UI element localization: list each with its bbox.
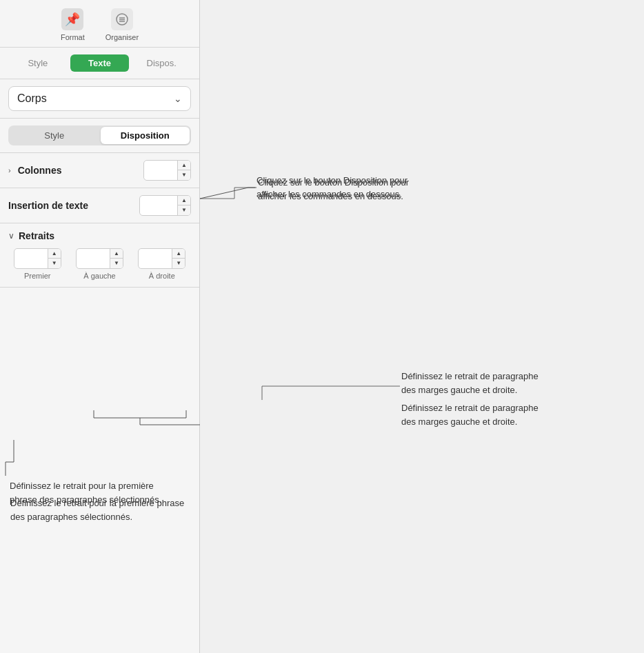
insertion-texte-btns: ▲ ▼ <box>177 196 190 215</box>
main-tabs: Style Texte Dispos. <box>0 48 199 79</box>
expand-icon[interactable]: › <box>8 166 11 174</box>
tab-texte[interactable]: Texte <box>70 54 130 72</box>
colonnes-increment[interactable]: ▲ <box>178 161 190 170</box>
a-droite-value[interactable]: 0 pt <box>139 252 172 266</box>
colonnes-value[interactable]: 1 <box>144 163 177 178</box>
retraits-header: ∨ Retraits <box>0 223 199 245</box>
colonnes-decrement[interactable]: ▼ <box>178 170 190 180</box>
insertion-texte-value[interactable]: 4 pt <box>140 199 177 213</box>
premier-value[interactable]: 0 pt <box>14 252 48 266</box>
organiser-icon <box>111 8 133 30</box>
callout-retraits-gauche-droite-overlay: Définissez le retrait de paragraphe des … <box>401 401 553 428</box>
organiser-label: Organiser <box>105 33 139 41</box>
colonnes-stepper-btns: ▲ ▼ <box>177 161 190 180</box>
format-toolbar-item[interactable]: 📌 Format <box>61 8 85 41</box>
insertion-texte-stepper: 4 pt ▲ ▼ <box>139 195 191 216</box>
chevron-down-icon: ⌄ <box>174 93 182 104</box>
corps-section: Corps ⌄ <box>0 79 199 119</box>
tab-dispos[interactable]: Dispos. <box>132 54 191 72</box>
premier-decrement[interactable]: ▼ <box>48 259 61 268</box>
retraits-fields: 0 pt ▲ ▼ Premier 0 pt ▲ ▼ À gauche 0 <box>0 245 199 288</box>
toolbar: 📌 Format Organiser <box>0 0 199 48</box>
a-gauche-increment[interactable]: ▲ <box>110 249 123 259</box>
callout-premier-overlay: Définissez le retrait pour la première p… <box>10 479 175 506</box>
colonnes-stepper: 1 ▲ ▼ <box>143 160 191 181</box>
corps-value: Corps <box>17 92 47 105</box>
toggle-disposition[interactable]: Disposition <box>101 127 190 144</box>
a-droite-btns: ▲ ▼ <box>172 249 185 268</box>
toggle-style[interactable]: Style <box>10 127 99 144</box>
insertion-texte-increment[interactable]: ▲ <box>178 196 190 205</box>
insertion-texte-decrement[interactable]: ▼ <box>178 205 190 215</box>
colonnes-row: › Colonnes 1 ▲ ▼ <box>0 153 199 188</box>
retraits-label: Retraits <box>19 230 54 241</box>
insertion-texte-row: Insertion de texte 4 pt ▲ ▼ <box>0 188 199 223</box>
retrait-a-gauche: 0 pt ▲ ▼ À gauche <box>70 248 128 280</box>
a-droite-sublabel: À droite <box>149 272 175 280</box>
a-gauche-value[interactable]: 0 pt <box>77 252 110 266</box>
toggle-group: Style Disposition <box>8 125 191 145</box>
premier-sublabel: Premier <box>24 272 51 280</box>
annotation-area: Cliquez sur le bouton Disposition pour a… <box>200 0 644 653</box>
a-droite-stepper: 0 pt ▲ ▼ <box>138 248 185 269</box>
organiser-toolbar-item[interactable]: Organiser <box>105 8 139 41</box>
corps-dropdown[interactable]: Corps ⌄ <box>8 86 191 111</box>
format-panel: 📌 Format Organiser Style Texte Dispos. C… <box>0 0 200 653</box>
retraits-expand-icon[interactable]: ∨ <box>8 231 14 241</box>
style-disposition-section: Style Disposition <box>0 119 199 153</box>
tab-style[interactable]: Style <box>8 54 68 72</box>
annotation-lines <box>200 0 644 653</box>
a-droite-decrement[interactable]: ▼ <box>172 259 185 268</box>
callout-disposition-overlay: Cliquez sur le bouton Disposition pour a… <box>258 176 410 203</box>
format-icon: 📌 <box>61 8 83 30</box>
colonnes-label: Colonnes <box>18 165 138 176</box>
a-gauche-decrement[interactable]: ▼ <box>110 259 123 268</box>
insertion-texte-label: Insertion de texte <box>8 200 134 211</box>
a-gauche-stepper: 0 pt ▲ ▼ <box>76 248 123 269</box>
a-gauche-btns: ▲ ▼ <box>110 249 123 268</box>
format-label: Format <box>61 33 85 41</box>
premier-increment[interactable]: ▲ <box>48 249 61 259</box>
a-gauche-sublabel: À gauche <box>83 272 115 280</box>
callout-retraits-text: Définissez le retrait de paragraphe des … <box>401 370 553 396</box>
premier-stepper: 0 pt ▲ ▼ <box>14 248 61 269</box>
a-droite-increment[interactable]: ▲ <box>172 249 185 259</box>
retrait-premier: 0 pt ▲ ▼ Premier <box>8 248 66 280</box>
premier-btns: ▲ ▼ <box>48 249 61 268</box>
retrait-a-droite: 0 pt ▲ ▼ À droite <box>133 248 191 280</box>
